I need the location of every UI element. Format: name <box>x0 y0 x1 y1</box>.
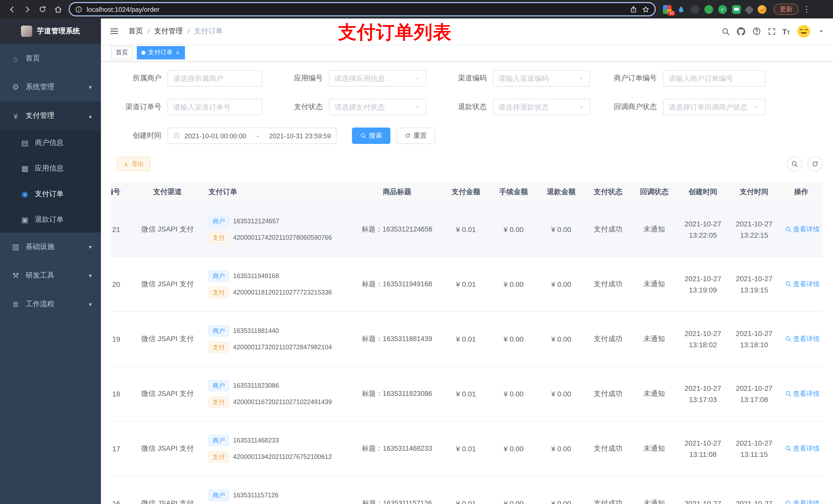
filter-input[interactable] <box>335 103 412 111</box>
browser-update-button[interactable]: 更新 <box>774 4 799 15</box>
app-logo[interactable]: 芋道管理系统 <box>0 19 101 44</box>
browser-home-button[interactable] <box>50 2 66 17</box>
column-header: 商品标题 <box>352 187 442 196</box>
clock-icon <box>173 132 180 139</box>
filter-field: 渠道订单号 <box>111 99 262 115</box>
filter-control[interactable] <box>663 99 765 115</box>
filter-input[interactable] <box>335 74 412 82</box>
bookmark-star-icon[interactable] <box>639 3 652 15</box>
browser-reload-button[interactable] <box>35 2 50 17</box>
cell-fee: ¥ 0.00 <box>490 280 538 288</box>
cell-fee: ¥ 0.00 <box>490 445 538 453</box>
sidebar-item[interactable]: ◉ 支付订单 <box>0 181 101 207</box>
close-icon[interactable] <box>175 50 180 55</box>
date-start-value: 2021-10-01 00:00:00 <box>185 132 246 140</box>
merchant-tag: 商户 <box>209 490 229 501</box>
tab[interactable]: 支付订单 <box>137 46 185 59</box>
breadcrumb-pay-manage[interactable]: 支付管理 <box>154 27 183 36</box>
filter-control[interactable] <box>663 70 765 87</box>
filter-input[interactable] <box>669 74 760 82</box>
browser-menu-icon[interactable]: ⋮ <box>803 5 810 14</box>
date-range-input[interactable]: 2021-10-01 00:00:00 - 2021-10-31 23:59:5… <box>168 127 337 144</box>
cell-refund: ¥ 0.00 <box>538 335 585 343</box>
font-size-icon[interactable]: TT <box>782 27 790 35</box>
dashboard-icon: ⌂ <box>11 54 20 63</box>
sidebar-item[interactable]: ⚒ 研发工具 <box>0 261 101 290</box>
app-title: 芋道管理系统 <box>37 27 80 36</box>
sidebar-item[interactable]: ≣ 工作流程 <box>0 290 101 318</box>
sidebar-menu: ⌂ 首页 ⚙ 系统管理 ¥ 支付管理 ▤ 商户信息 ▦ 应用信息 ◉ 支付订单 … <box>0 44 101 318</box>
pay-order-no: 4200001174202110278060590766 <box>233 234 332 241</box>
reset-button[interactable]: 重置 <box>397 127 435 144</box>
share-icon[interactable] <box>627 3 639 15</box>
pin-icon[interactable] <box>745 5 754 15</box>
help-icon[interactable] <box>752 27 761 36</box>
sidebar-item[interactable]: ▥ 基础设施 <box>0 233 101 261</box>
view-detail-link[interactable]: 查看详情 <box>785 389 820 399</box>
sidebar-item[interactable]: ¥ 支付管理 <box>0 101 101 130</box>
toggle-search-button[interactable] <box>787 156 802 172</box>
refresh-table-button[interactable] <box>807 156 823 172</box>
sidebar-item[interactable]: ▤ 商户信息 <box>0 130 101 156</box>
tab[interactable]: 首页 <box>111 46 133 59</box>
filter-input[interactable] <box>173 103 257 111</box>
green-circle-icon[interactable] <box>705 5 713 14</box>
filter-control[interactable] <box>493 99 590 115</box>
filter-control[interactable] <box>168 70 262 87</box>
filter-control[interactable] <box>493 70 590 87</box>
sidebar-item[interactable]: ▦ 应用信息 <box>0 156 101 181</box>
sidebar-item[interactable]: ⚙ 系统管理 <box>0 73 101 101</box>
extensions-grid-icon[interactable]: 10 <box>663 5 672 14</box>
cell-id: 21 <box>111 225 132 234</box>
refund-doc-icon: ▣ <box>21 215 29 224</box>
profile-avatar-icon[interactable] <box>758 5 766 14</box>
filter-control[interactable] <box>329 70 426 87</box>
site-info-icon[interactable] <box>75 5 82 13</box>
view-detail-link[interactable]: 查看详情 <box>785 280 820 289</box>
cell-amount: ¥ 0.01 <box>442 335 490 343</box>
filter-label: 渠道编码 <box>432 74 493 83</box>
sidebar-item[interactable]: ▣ 退款订单 <box>0 207 101 233</box>
filter-input[interactable] <box>669 103 752 111</box>
browser-back-button[interactable] <box>4 2 20 17</box>
github-icon[interactable] <box>736 26 746 36</box>
hamburger-icon[interactable] <box>109 26 119 37</box>
dark-circle-icon[interactable] <box>691 5 699 14</box>
filter-control[interactable] <box>329 99 426 115</box>
merchant-tag: 商户 <box>209 435 229 446</box>
url-bar[interactable]: localhost:1024/pay/order <box>69 2 656 16</box>
cell-paid: 2021-10-27 13:11:15 <box>729 437 780 460</box>
view-detail-link[interactable]: 查看详情 <box>785 444 820 453</box>
cell-channel: 微信 JSAPI 支付 <box>132 280 204 289</box>
breadcrumb-home[interactable]: 首页 <box>128 27 143 36</box>
filter-input[interactable] <box>173 74 257 82</box>
check-circle-icon[interactable]: ✓ <box>718 5 727 14</box>
export-button[interactable]: 导出 <box>117 157 150 171</box>
user-avatar[interactable] <box>796 24 811 39</box>
cell-amount: ¥ 0.01 <box>442 390 490 398</box>
header-search-icon[interactable] <box>721 27 730 35</box>
view-detail-link[interactable]: 查看详情 <box>785 225 820 234</box>
column-header: 创建时间 <box>677 187 729 196</box>
cell-title: 标题：1635311468233 <box>352 444 442 453</box>
fullscreen-icon[interactable] <box>767 27 776 35</box>
avatar-caret-icon[interactable] <box>818 28 825 35</box>
filter-input[interactable] <box>498 74 576 82</box>
cell-created: 2021-10-27 13:17:03 <box>677 383 729 405</box>
view-detail-link[interactable]: 查看详情 <box>785 499 820 504</box>
cell-paid: 2021-10-27 13:22:15 <box>729 218 780 241</box>
filter-control[interactable] <box>168 99 262 115</box>
cell-status: 支付成功 <box>585 389 631 399</box>
pay-order-icon: ◉ <box>21 190 29 199</box>
water-drop-icon[interactable] <box>677 5 686 14</box>
view-detail-link[interactable]: 查看详情 <box>785 334 820 344</box>
browser-forward-button[interactable] <box>20 2 35 17</box>
filter-input[interactable] <box>498 103 576 111</box>
cell-refund: ¥ 0.00 <box>538 225 585 234</box>
app-grid-icon: ▦ <box>21 164 29 173</box>
cell-status: 支付成功 <box>585 225 631 234</box>
sidebar-item[interactable]: ⌂ 首页 <box>0 44 101 73</box>
chat-icon[interactable] <box>732 5 741 14</box>
cell-order: 商户 1635311157126 支付 <box>204 490 352 504</box>
search-button[interactable]: 搜索 <box>352 127 390 144</box>
